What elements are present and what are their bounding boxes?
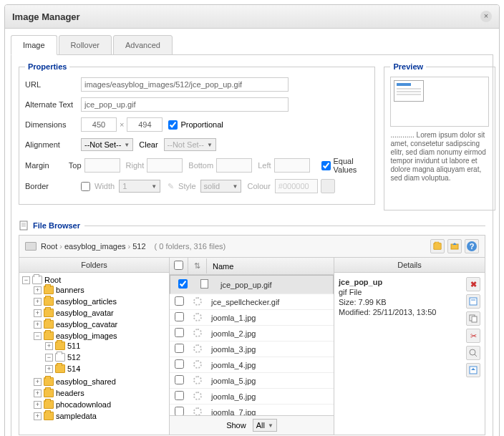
tab-rollover[interactable]: Rollover	[59, 35, 112, 55]
insert-button[interactable]	[466, 363, 480, 377]
margin-bottom-input[interactable]	[216, 158, 252, 173]
copy-button[interactable]	[466, 311, 480, 326]
alt-label: Alternate Text	[25, 100, 81, 109]
tree-item[interactable]: +easyblog_avatar	[34, 309, 166, 317]
tree-subitem[interactable]: +514	[45, 364, 166, 373]
dim-label: Dimensions	[25, 120, 81, 129]
margin-right-input[interactable]	[147, 158, 183, 173]
alt-input[interactable]	[81, 97, 289, 112]
tree-root[interactable]: −Root	[22, 276, 166, 284]
tree-subitem[interactable]: +511	[45, 341, 166, 350]
border-style-select[interactable]: solid▼	[200, 180, 242, 193]
colour-picker-icon[interactable]	[321, 179, 335, 193]
crumb-2[interactable]: 512	[132, 242, 145, 251]
equal-label: Equal Values	[334, 157, 369, 174]
sort-icon[interactable]: ⇅	[194, 261, 200, 270]
proportional-label: Proportional	[180, 120, 223, 129]
tree-item[interactable]: +easyblog_articles	[34, 297, 166, 306]
chevron-down-icon: ▼	[124, 142, 130, 148]
tree-item[interactable]: +easyblog_shared	[34, 377, 166, 386]
file-checkbox[interactable]	[175, 344, 184, 353]
loading-icon	[193, 297, 202, 306]
help-button[interactable]: ?	[465, 239, 479, 253]
alignment-select[interactable]: --Not Set--▼	[81, 138, 133, 151]
border-label: Border	[25, 182, 81, 190]
url-input[interactable]	[81, 77, 289, 92]
tab-image[interactable]: Image	[11, 35, 57, 55]
align-label: Alignment	[25, 140, 81, 149]
name-header-row: ⇅ Name	[170, 258, 334, 275]
file-row[interactable]: joomla_2.jpg	[170, 326, 334, 341]
border-width-select[interactable]: 1▼	[119, 180, 160, 193]
loading-icon	[193, 344, 202, 353]
file-checkbox[interactable]	[175, 359, 184, 369]
svg-rect-0	[20, 221, 27, 230]
select-all-checkbox[interactable]	[174, 261, 183, 270]
file-checkbox[interactable]	[175, 312, 184, 321]
file-row[interactable]: jce_spellchecker.gif	[170, 294, 334, 310]
document-icon	[19, 221, 29, 231]
close-icon[interactable]: ×	[480, 11, 492, 22]
tree-item[interactable]: +easyblog_cavatar	[34, 320, 166, 329]
file-checkbox[interactable]	[175, 391, 184, 400]
show-label: Show	[226, 421, 246, 430]
cut-button[interactable]: ✂	[466, 329, 480, 343]
margin-right-label: Right	[126, 161, 145, 170]
file-checkbox[interactable]	[175, 296, 184, 306]
folder-tree: −Root +banners+easyblog_articles+easyblo…	[19, 273, 169, 435]
filebrowser-header: File Browser	[19, 221, 485, 231]
tree-item[interactable]: +headers	[34, 389, 166, 397]
border-width-label: Width	[94, 182, 115, 190]
border-checkbox[interactable]	[81, 182, 90, 191]
margin-top-input[interactable]	[84, 158, 120, 173]
tree-item[interactable]: +banners	[34, 286, 166, 294]
file-row[interactable]: joomla_1.jpg	[170, 310, 334, 326]
clear-select[interactable]: --Not Set--▼	[164, 138, 216, 151]
proportional-checkbox[interactable]	[168, 120, 178, 130]
detail-modified: Modified: 25/11/2013, 13:50	[339, 307, 462, 317]
crumb-root[interactable]: Root	[41, 242, 57, 251]
image-manager-window: Image Manager × Image Rollover Advanced …	[4, 4, 500, 436]
svg-rect-7	[470, 298, 477, 305]
preview-thumbnail	[390, 77, 489, 127]
file-list: jce_pop_up.gifjce_spellchecker.gifjoomla…	[170, 275, 334, 415]
border-colour-input[interactable]	[275, 179, 318, 193]
tree-item[interactable]: +sampledata	[34, 412, 166, 420]
loading-icon	[193, 329, 202, 337]
file-checkbox[interactable]	[175, 328, 184, 337]
height-input[interactable]	[127, 117, 163, 132]
file-row[interactable]: joomla_5.jpg	[170, 373, 334, 389]
upload-button[interactable]	[447, 239, 462, 253]
loading-icon	[193, 407, 202, 416]
file-checkbox[interactable]	[178, 279, 188, 289]
tree-item[interactable]: +phocadownload	[34, 400, 166, 409]
file-row[interactable]: joomla_4.jpg	[170, 357, 334, 373]
chevron-down-icon: ▼	[268, 422, 273, 429]
equal-checkbox[interactable]	[321, 161, 331, 170]
rename-button[interactable]	[466, 294, 480, 309]
properties-fieldset: Properties URL Alternate Text Dimensions…	[19, 62, 375, 205]
name-header[interactable]: Name	[207, 259, 334, 273]
file-checkbox[interactable]	[175, 407, 184, 415]
file-checkbox[interactable]	[175, 375, 184, 384]
file-row[interactable]: joomla_3.jpg	[170, 341, 334, 357]
margin-bottom-label: Bottom	[188, 161, 213, 170]
file-row[interactable]: joomla_6.jpg	[170, 389, 334, 404]
tree-item[interactable]: −easyblog_images	[34, 331, 166, 340]
file-row[interactable]: joomla_7.jpg	[170, 404, 334, 415]
details-text: jce_pop_up gif File Size: 7.99 KB Modifi…	[339, 277, 462, 430]
new-folder-button[interactable]	[430, 239, 445, 253]
crumb-1[interactable]: easyblog_images	[64, 242, 126, 251]
tree-subitem[interactable]: −512	[45, 353, 166, 362]
tab-bar: Image Rollover Advanced	[11, 34, 493, 55]
tab-advanced[interactable]: Advanced	[113, 35, 173, 55]
zoom-button[interactable]	[466, 346, 480, 360]
width-input[interactable]	[81, 117, 117, 132]
delete-button[interactable]: ✖	[466, 277, 480, 291]
svg-rect-10	[472, 316, 477, 322]
margin-left-input[interactable]	[274, 158, 310, 173]
border-colour-label: Colour	[247, 182, 270, 190]
file-row[interactable]: jce_pop_up.gif	[170, 275, 334, 294]
path-bar: Root›easyblog_images›512 ( 0 folders, 31…	[19, 236, 485, 258]
show-select[interactable]: All▼	[253, 419, 277, 432]
